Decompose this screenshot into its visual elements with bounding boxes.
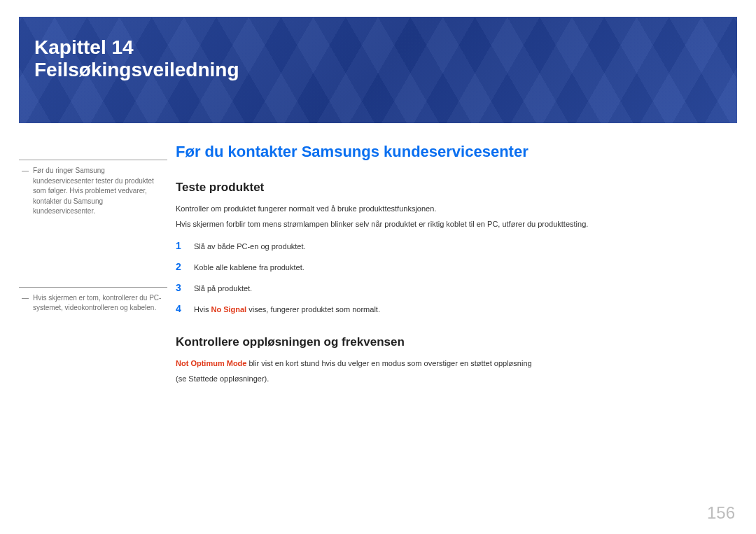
dash-icon: ― bbox=[22, 166, 29, 217]
step-number: 2 bbox=[176, 261, 184, 272]
section-2-bold: Not Optimum Mode bbox=[176, 359, 246, 367]
step-4-post: vises, fungerer produktet som normalt. bbox=[246, 305, 380, 314]
side-note-2-text: Hvis skjermen er tom, kontrollerer du PC… bbox=[33, 293, 163, 314]
side-note-1: ― Før du ringer Samsung kundeservicesent… bbox=[19, 160, 167, 217]
step-text: Slå av både PC-en og produktet. bbox=[194, 242, 306, 251]
step-text: Koble alle kablene fra produktet. bbox=[194, 263, 304, 272]
section-2-title: Kontrollere oppløsningen og frekvensen bbox=[176, 335, 737, 349]
side-notes-column: ― Før du ringer Samsung kundeservicesent… bbox=[19, 137, 167, 388]
dash-icon: ― bbox=[22, 293, 29, 314]
section-2-p1: Not Optimum Mode blir vist en kort stund… bbox=[176, 358, 737, 370]
step-4: 4 Hvis No Signal vises, fungerer produkt… bbox=[176, 303, 737, 314]
step-1: 1 Slå av både PC-en og produktet. bbox=[176, 240, 737, 251]
step-4-bold: No Signal bbox=[211, 305, 246, 314]
main-column: Før du kontakter Samsungs kundeservicese… bbox=[167, 137, 737, 388]
side-note-1-text: Før du ringer Samsung kundeservicesenter… bbox=[33, 166, 163, 217]
section-1-p1: Kontroller om produktet fungerer normalt… bbox=[176, 203, 737, 216]
chapter-header: Kapittel 14 Feilsøkingsveiledning bbox=[19, 17, 737, 123]
section-2-p1-post: blir vist en kort stund hvis du velger e… bbox=[246, 359, 531, 367]
chapter-number: Kapittel 14 bbox=[34, 36, 722, 59]
section-2-p2: (se Støttede oppløsninger). bbox=[176, 373, 737, 386]
steps-list: 1 Slå av både PC-en og produktet. 2 Kobl… bbox=[176, 240, 737, 314]
step-4-pre: Hvis bbox=[194, 305, 211, 314]
step-3: 3 Slå på produktet. bbox=[176, 282, 737, 293]
side-note-2: ― Hvis skjermen er tom, kontrollerer du … bbox=[19, 287, 167, 314]
section-1-p2: Hvis skjermen forblir tom mens strømlamp… bbox=[176, 218, 737, 231]
page-number: 156 bbox=[707, 503, 735, 523]
step-number: 3 bbox=[176, 282, 184, 293]
main-heading: Før du kontakter Samsungs kundeservicese… bbox=[176, 143, 737, 161]
step-number: 1 bbox=[176, 240, 184, 251]
step-text: Hvis No Signal vises, fungerer produktet… bbox=[194, 305, 380, 314]
content-area: ― Før du ringer Samsung kundeservicesent… bbox=[0, 123, 756, 388]
step-text: Slå på produktet. bbox=[194, 284, 252, 293]
chapter-title: Feilsøkingsveiledning bbox=[34, 59, 722, 81]
step-2: 2 Koble alle kablene fra produktet. bbox=[176, 261, 737, 272]
step-number: 4 bbox=[176, 303, 184, 314]
section-1-title: Teste produktet bbox=[176, 181, 737, 195]
